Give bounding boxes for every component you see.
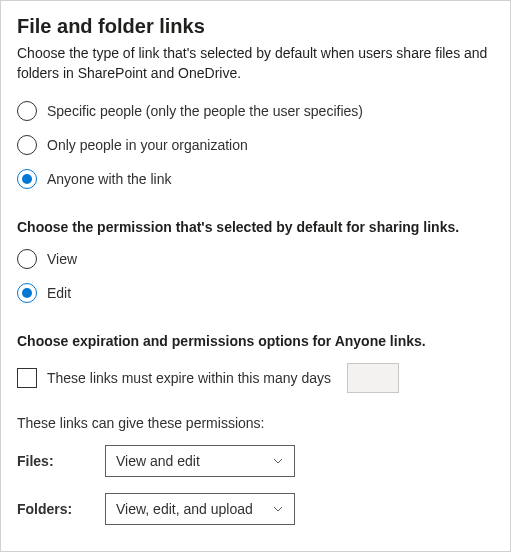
radio-icon [17,249,37,269]
chevron-down-icon [272,455,284,467]
folders-dropdown[interactable]: View, edit, and upload [105,493,295,525]
expire-label: These links must expire within this many… [47,370,331,386]
folders-dropdown-value: View, edit, and upload [116,501,253,517]
radio-specific-people[interactable]: Specific people (only the people the use… [17,101,494,121]
expiration-heading: Choose expiration and permissions option… [17,333,494,349]
radio-anyone[interactable]: Anyone with the link [17,169,494,189]
radio-icon [17,169,37,189]
expire-checkbox[interactable] [17,368,37,388]
radio-icon [17,101,37,121]
link-type-radio-group: Specific people (only the people the use… [17,101,494,189]
link-type-description: Choose the type of link that's selected … [17,44,494,83]
files-row: Files: View and edit [17,445,494,477]
radio-edit[interactable]: Edit [17,283,494,303]
radio-icon [17,135,37,155]
radio-label: View [47,251,77,267]
files-dropdown[interactable]: View and edit [105,445,295,477]
files-label: Files: [17,453,105,469]
expire-days-input[interactable] [347,363,399,393]
folders-label: Folders: [17,501,105,517]
radio-label: Only people in your organization [47,137,248,153]
radio-org-only[interactable]: Only people in your organization [17,135,494,155]
page-title: File and folder links [17,15,494,38]
radio-label: Anyone with the link [47,171,172,187]
radio-view[interactable]: View [17,249,494,269]
expire-row: These links must expire within this many… [17,363,494,393]
files-dropdown-value: View and edit [116,453,200,469]
radio-label: Specific people (only the people the use… [47,103,363,119]
radio-icon [17,283,37,303]
chevron-down-icon [272,503,284,515]
folders-row: Folders: View, edit, and upload [17,493,494,525]
radio-label: Edit [47,285,71,301]
permission-heading: Choose the permission that's selected by… [17,219,494,235]
give-permissions-label: These links can give these permissions: [17,415,494,431]
permission-radio-group: View Edit [17,249,494,303]
